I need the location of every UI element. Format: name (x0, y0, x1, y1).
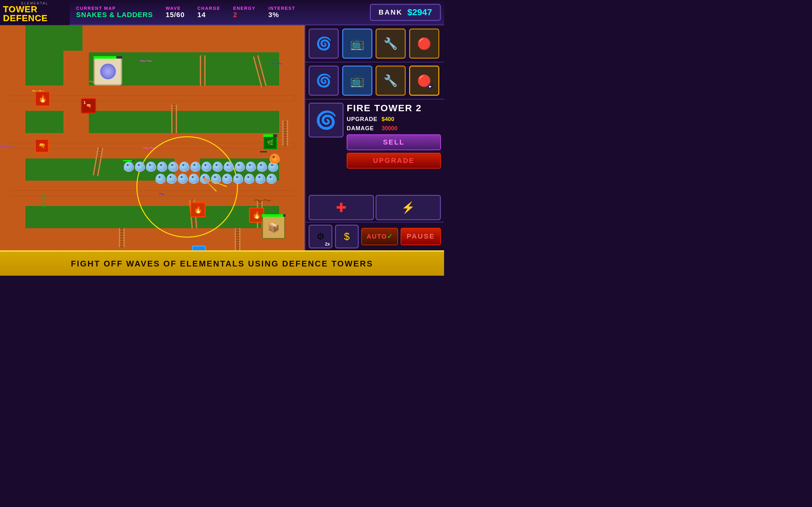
upgrade-cost: $400 (382, 116, 394, 123)
enemy-2 (135, 162, 145, 172)
bank-label: BANK (379, 8, 403, 16)
game-map[interactable]: 〜〜 〜〜 〜 〜〜 〜〜 〜〜 〜 〜〜 〜〜〜 S S 🔥 🔫 1 🔫 🔥 … (0, 25, 305, 250)
extra-controls: ✚ ⚡ (305, 193, 444, 222)
sell-button[interactable]: SELL (347, 134, 441, 150)
enemy-6 (179, 162, 189, 172)
snake-5: 〜〜 (143, 144, 155, 153)
crate: 📦 (262, 216, 286, 239)
enemy-10 (223, 162, 234, 172)
selected-tower-info: FIRE TOWER 2 UPGRADE $400 DAMAGE 30000 S… (347, 103, 441, 190)
enemy-hp-damaged (256, 151, 260, 153)
ladder-9 (119, 228, 125, 247)
interest-label: INTEREST (268, 6, 295, 11)
snake-1: 〜〜 (140, 57, 152, 66)
tower-slot-1-1[interactable]: 🌀 (309, 29, 339, 59)
speed-2x-button[interactable]: ⚙ 2x (309, 225, 333, 248)
ladder-1 (253, 55, 266, 87)
track-left (0, 25, 26, 250)
interest-value: 3% (268, 11, 295, 19)
track-inner-1 (9, 95, 295, 101)
map-tower-2[interactable]: 🔫 1 (81, 98, 96, 113)
bank-value: $2947 (407, 7, 432, 17)
portal-inner (99, 63, 117, 80)
enemy-17 (177, 174, 188, 184)
tower-slot-1-4[interactable]: 🔴 (409, 29, 439, 59)
enemy-5 (168, 162, 178, 172)
header: ELEMENTAL TOWER DEFENCE CURRENT MAP SNAK… (0, 0, 444, 25)
snake-6: 〜〜 (0, 143, 13, 151)
tower-slot-1-3[interactable]: 🔧 (375, 29, 406, 59)
interest-group: INTEREST 3% (268, 6, 295, 19)
enemy-hp-bg-damaged (256, 151, 267, 153)
enemy-4 (157, 162, 167, 172)
enemy-9 (212, 162, 223, 172)
spawn-portal (94, 57, 122, 86)
auto-label: AUTO (367, 233, 387, 240)
wave-label: WAVE (165, 6, 185, 11)
fire-tower-name: FIRE TOWER 2 (347, 103, 441, 113)
enemy-hp-1 (123, 160, 132, 161)
selected-tower-panel: 🌀 FIRE TOWER 2 UPGRADE $400 DAMAGE 30000… (305, 100, 444, 193)
message-bar: FIGHT OFF WAVES OF ELEMENTALS USING DEFE… (0, 250, 444, 276)
energy-value: 2 (233, 11, 256, 19)
map-tower-top-right[interactable]: 🌿 (263, 135, 277, 150)
crate-hp-bar (262, 214, 283, 217)
enemy-13 (257, 162, 267, 172)
ladder-4 (282, 120, 288, 146)
sidebar: 🌀 📺 🔧 🔴 🌀 📺 🔧 🔴 ▶ 🌀 (305, 25, 444, 250)
ladder-3 (171, 105, 177, 133)
enemy-3 (146, 162, 156, 172)
snake-7: 〜 (159, 190, 165, 199)
bank-area: BANK $2947 (370, 4, 441, 21)
map-tower-4[interactable]: 🔥 (190, 202, 206, 217)
enemy-16 (166, 174, 177, 184)
tower-slot-2-3[interactable]: 🔧 (375, 66, 406, 96)
action-buttons: SELL UPGRADE (347, 134, 441, 169)
enemy-25 (266, 174, 276, 184)
coin-button[interactable]: $ (335, 225, 359, 248)
map-tower-1[interactable]: 🔥 (35, 91, 50, 107)
health-icon[interactable]: ✚ (309, 195, 374, 220)
pause-label: PAUSE (407, 232, 435, 240)
charge-label: CHARGE (197, 6, 220, 11)
logo-area: ELEMENTAL TOWER DEFENCE (0, 0, 70, 25)
track-vert-mid (174, 133, 200, 181)
snake-2: 〜〜 (270, 60, 282, 68)
pause-button[interactable]: PAUSE (401, 228, 441, 245)
message-text: FIGHT OFF WAVES OF ELEMENTALS USING DEFE… (71, 259, 373, 269)
lightning-icon[interactable]: ⚡ (375, 195, 441, 220)
tower-grid-top: 🌀 📺 🔧 🔴 (305, 25, 444, 62)
damage-label: DAMAGE (347, 125, 378, 132)
energy-group: ENERGY 2 (233, 6, 256, 19)
enemy-hp-bg-1 (123, 160, 134, 161)
tower-slot-2-1[interactable]: 🌀 (309, 66, 339, 96)
tower-slot-2-4[interactable]: 🔴 ▶ (409, 66, 439, 96)
map-tower-selected[interactable]: 🔫 (192, 245, 206, 250)
tower-slot-1-2[interactable]: 📺 (342, 29, 372, 59)
header-stats: CURRENT MAP SNAKES & LADDERS WAVE 15/60 … (70, 6, 370, 19)
logo-title: TOWER DEFENCE (3, 5, 67, 23)
upgrade-label: UPGRADE (347, 116, 378, 123)
ladder-2 (200, 55, 206, 86)
snake-11: S (41, 201, 45, 209)
map-tower-3[interactable]: 🔫 (35, 139, 49, 153)
damage-row: DAMAGE 30000 (347, 125, 441, 132)
wave-group: WAVE 15/60 (165, 6, 185, 19)
selected-tower-icon: 🌀 (309, 103, 344, 137)
charge-group: CHARGE 14 (197, 6, 220, 19)
enemy-22 (233, 174, 243, 184)
enemy-21 (222, 174, 232, 184)
upgrade-cost-row: UPGRADE $400 (347, 116, 441, 123)
snake-10: S (41, 193, 45, 201)
current-map-label: CURRENT MAP (76, 6, 153, 11)
auto-button[interactable]: AUTO ✓ (361, 228, 398, 245)
enemy-8 (201, 162, 212, 172)
damage-value: 30000 (382, 125, 397, 132)
track-row4 (0, 228, 305, 250)
map-name: SNAKES & LADDERS (76, 11, 153, 19)
tower-hp-bar (263, 134, 273, 137)
upgrade-button[interactable]: UPGRADE (347, 153, 441, 169)
auto-checkmark: ✓ (387, 232, 393, 240)
tower-slot-2-2[interactable]: 📺 (342, 66, 372, 96)
portal-hp-bg (94, 56, 122, 59)
